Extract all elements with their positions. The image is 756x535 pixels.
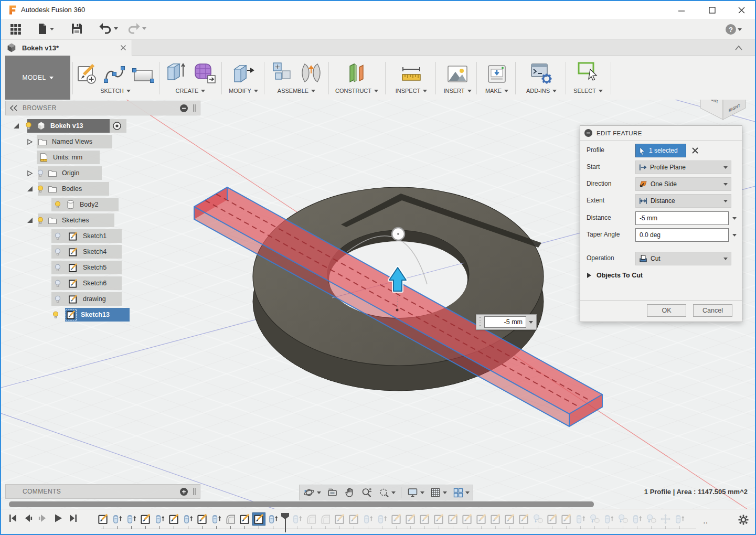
rotate-manipulator[interactable]	[392, 228, 404, 240]
ribbon-menu-insert[interactable]: INSERT	[443, 85, 471, 97]
browser-row-sketch13[interactable]: Sketch13	[51, 308, 110, 322]
timeline-feature-sketch[interactable]	[461, 513, 473, 525]
new-component-button[interactable]	[271, 61, 294, 85]
timeline-settings-button[interactable]	[738, 514, 749, 526]
zoom-window-button[interactable]	[378, 487, 396, 498]
timeline-position-marker[interactable]	[281, 513, 289, 534]
timeline-feature-move[interactable]	[659, 513, 672, 525]
timeline-feature-sketch[interactable]	[196, 513, 208, 525]
timeline-feature-sketch[interactable]	[489, 513, 502, 525]
lightbulb-off-icon[interactable]	[36, 169, 45, 178]
ribbon-menu-create[interactable]: CREATE	[176, 85, 206, 97]
ribbon-menu-inspect[interactable]: INSPECT	[396, 85, 428, 97]
timeline-feature-sketch[interactable]	[560, 513, 572, 525]
construct-plane-button[interactable]	[346, 61, 368, 85]
timeline-feature-sketch[interactable]	[390, 513, 402, 525]
pan-button[interactable]	[344, 487, 355, 498]
viewport-distance-editbox[interactable]: -5 mm	[476, 314, 537, 330]
orbit-button[interactable]	[303, 487, 321, 498]
browser-row-sketch6[interactable]: Sketch6	[54, 276, 107, 290]
browser-row-drawing[interactable]: drawing	[54, 292, 106, 306]
undo-button[interactable]	[99, 23, 118, 34]
close-button[interactable]	[733, 4, 749, 16]
timeline-feature-sketch[interactable]	[475, 513, 487, 525]
lightbulb-on-icon[interactable]	[24, 121, 33, 131]
save-button[interactable]	[71, 23, 83, 35]
make-3d-print-button[interactable]	[486, 63, 508, 85]
timeline-feature-sketch[interactable]	[140, 513, 152, 525]
ribbon-menu-select[interactable]: SELECT	[573, 85, 603, 97]
ribbon-menu-make[interactable]: MAKE	[485, 85, 508, 97]
expanded-triangle-icon[interactable]	[26, 217, 34, 224]
timeline-feature-sketch[interactable]	[239, 513, 251, 525]
zoom-button[interactable]	[360, 487, 372, 498]
dialog-collapse-icon[interactable]	[584, 129, 592, 137]
profile-selection-button[interactable]: 1 selected	[635, 144, 686, 157]
timeline-feature-extrude[interactable]	[291, 513, 303, 525]
timeline-feature-extrude[interactable]	[154, 513, 166, 525]
browser-row-sketches[interactable]: Sketches	[26, 213, 89, 227]
timeline-feature-combine[interactable]	[589, 513, 601, 525]
distance-dropdown-icon[interactable]	[529, 321, 533, 324]
timeline-feature-sketch[interactable]	[546, 513, 558, 525]
browser-row-sketch4[interactable]: Sketch4	[54, 245, 107, 259]
timeline-feature-extrude[interactable]	[111, 513, 123, 525]
step-forward-button[interactable]	[38, 513, 48, 523]
minimize-button[interactable]	[674, 4, 689, 16]
timeline-feature-fillet[interactable]	[320, 513, 332, 525]
create-form-button[interactable]	[193, 61, 216, 85]
browser-row-units[interactable]: Units: mm	[40, 151, 82, 164]
timeline-feature-combine[interactable]	[532, 513, 544, 525]
redo-button[interactable]	[127, 23, 146, 34]
timeline-feature-fillet[interactable]	[305, 513, 317, 525]
timeline-feature-sketch[interactable]	[253, 513, 265, 525]
collapse-panel-icon[interactable]	[10, 105, 17, 111]
timeline-feature-sketch[interactable]	[404, 513, 417, 525]
document-tab[interactable]: Bokeh v13*	[1, 40, 132, 56]
timeline-feature-sketch[interactable]	[518, 513, 530, 525]
timeline-feature-extrude[interactable]	[674, 513, 686, 525]
browser-row-bodies[interactable]: Bodies	[26, 182, 82, 196]
objects-to-cut-expander[interactable]: Objects To Cut	[587, 272, 643, 279]
go-to-end-button[interactable]	[68, 513, 79, 523]
collapsed-triangle-icon[interactable]	[26, 170, 33, 177]
look-at-button[interactable]	[326, 487, 338, 498]
play-button[interactable]	[53, 513, 63, 523]
timeline-feature-combine[interactable]	[617, 513, 629, 525]
timeline-feature-extrude[interactable]	[631, 513, 643, 525]
lightbulb-on-icon[interactable]	[51, 311, 60, 319]
data-panel-button[interactable]	[9, 23, 22, 35]
activate-radio-icon[interactable]	[112, 121, 122, 131]
ribbon-menu-sketch[interactable]: SKETCH	[100, 85, 131, 97]
help-button[interactable]: ?	[726, 24, 742, 35]
browser-row-root[interactable]: Bokeh v13	[13, 119, 83, 133]
distance-spinner-icon[interactable]	[732, 217, 737, 220]
go-to-start-button[interactable]	[7, 513, 18, 523]
ribbon-menu-construct[interactable]: CONSTRUCT	[335, 85, 378, 97]
timeline-feature-extrude[interactable]	[376, 513, 388, 525]
extent-dropdown[interactable]: Distance	[635, 194, 731, 208]
timeline-feature-fillet[interactable]	[225, 513, 237, 525]
workspace-switcher[interactable]: MODEL	[5, 56, 70, 100]
timeline-feature-sketch[interactable]	[334, 513, 346, 525]
timeline-feature-sketch[interactable]	[447, 513, 459, 525]
lightbulb-on-icon[interactable]	[36, 216, 45, 225]
timeline-feature-sketch[interactable]	[97, 513, 109, 525]
browser-collapse-icon[interactable]	[180, 104, 188, 112]
file-menu-button[interactable]	[37, 23, 54, 35]
browser-row-sketch1[interactable]: Sketch1	[54, 229, 107, 243]
grid-snap-button[interactable]	[430, 487, 447, 498]
browser-row-body2[interactable]: Body2	[54, 198, 98, 211]
timeline-feature-sketch[interactable]	[433, 513, 445, 525]
timeline-feature-extrude[interactable]	[362, 513, 374, 525]
direction-dropdown[interactable]: One Side	[635, 177, 731, 191]
lightbulb-on-icon[interactable]	[36, 185, 45, 194]
horizontal-scrollbar[interactable]	[9, 501, 594, 507]
timeline-feature-sketch[interactable]	[419, 513, 431, 525]
scripts-addins-button[interactable]	[529, 62, 553, 85]
viewports-button[interactable]	[452, 487, 470, 498]
timeline-feature-sketch[interactable]	[168, 513, 180, 525]
step-back-button[interactable]	[23, 513, 33, 523]
lightbulb-on-icon[interactable]	[54, 200, 62, 209]
operation-dropdown[interactable]: Cut	[635, 252, 731, 265]
